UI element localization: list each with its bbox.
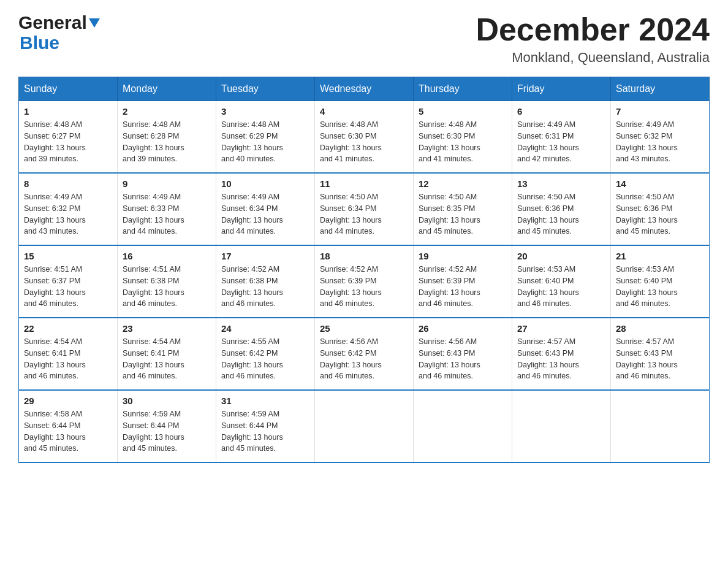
day-info: Sunrise: 4:51 AMSunset: 6:38 PMDaylight:… <box>123 265 184 308</box>
day-info: Sunrise: 4:49 AMSunset: 6:33 PMDaylight:… <box>123 193 184 236</box>
day-number: 1 <box>24 106 112 117</box>
day-info: Sunrise: 4:50 AMSunset: 6:36 PMDaylight:… <box>616 193 678 236</box>
day-info: Sunrise: 4:54 AMSunset: 6:41 PMDaylight:… <box>24 337 86 380</box>
calendar-cell: 23 Sunrise: 4:54 AMSunset: 6:41 PMDaylig… <box>118 318 216 390</box>
day-info: Sunrise: 4:49 AMSunset: 6:32 PMDaylight:… <box>616 120 678 163</box>
day-number: 14 <box>616 178 704 189</box>
calendar-cell: 18 Sunrise: 4:52 AMSunset: 6:39 PMDaylig… <box>315 245 414 318</box>
calendar-week-row: 1 Sunrise: 4:48 AMSunset: 6:27 PMDayligh… <box>19 101 710 174</box>
calendar-cell <box>512 390 611 462</box>
calendar-cell: 8 Sunrise: 4:49 AMSunset: 6:32 PMDayligh… <box>19 173 118 245</box>
calendar-cell: 26 Sunrise: 4:56 AMSunset: 6:43 PMDaylig… <box>414 318 512 390</box>
calendar-cell <box>414 390 512 462</box>
day-number: 16 <box>123 251 211 261</box>
subtitle: Monkland, Queensland, Australia <box>476 50 710 66</box>
calendar-cell: 15 Sunrise: 4:51 AMSunset: 6:37 PMDaylig… <box>19 245 118 318</box>
day-number: 4 <box>320 106 408 117</box>
calendar-week-row: 15 Sunrise: 4:51 AMSunset: 6:37 PMDaylig… <box>19 245 710 318</box>
weekday-header-thursday: Thursday <box>414 77 512 101</box>
day-info: Sunrise: 4:48 AMSunset: 6:27 PMDaylight:… <box>24 120 86 163</box>
day-info: Sunrise: 4:52 AMSunset: 6:39 PMDaylight:… <box>419 265 480 308</box>
calendar-week-row: 29 Sunrise: 4:58 AMSunset: 6:44 PMDaylig… <box>19 390 710 462</box>
day-info: Sunrise: 4:59 AMSunset: 6:44 PMDaylight:… <box>221 410 283 453</box>
calendar-cell: 5 Sunrise: 4:48 AMSunset: 6:30 PMDayligh… <box>414 101 512 174</box>
day-info: Sunrise: 4:51 AMSunset: 6:37 PMDaylight:… <box>24 265 86 308</box>
day-number: 29 <box>24 396 112 406</box>
day-number: 3 <box>221 106 309 117</box>
calendar-cell: 11 Sunrise: 4:50 AMSunset: 6:34 PMDaylig… <box>315 173 414 245</box>
day-number: 11 <box>320 178 408 189</box>
day-info: Sunrise: 4:53 AMSunset: 6:40 PMDaylight:… <box>517 265 579 308</box>
day-info: Sunrise: 4:48 AMSunset: 6:30 PMDaylight:… <box>320 120 382 163</box>
calendar-cell <box>611 390 710 462</box>
logo-general: General <box>18 12 100 33</box>
calendar-cell: 16 Sunrise: 4:51 AMSunset: 6:38 PMDaylig… <box>118 245 216 318</box>
day-info: Sunrise: 4:49 AMSunset: 6:31 PMDaylight:… <box>517 120 579 163</box>
weekday-header-sunday: Sunday <box>19 77 118 101</box>
day-number: 23 <box>123 323 211 334</box>
calendar-cell: 3 Sunrise: 4:48 AMSunset: 6:29 PMDayligh… <box>216 101 315 174</box>
day-number: 7 <box>616 106 704 117</box>
day-info: Sunrise: 4:48 AMSunset: 6:28 PMDaylight:… <box>123 120 184 163</box>
calendar-cell: 12 Sunrise: 4:50 AMSunset: 6:35 PMDaylig… <box>414 173 512 245</box>
calendar-cell: 17 Sunrise: 4:52 AMSunset: 6:38 PMDaylig… <box>216 245 315 318</box>
calendar-cell: 9 Sunrise: 4:49 AMSunset: 6:33 PMDayligh… <box>118 173 216 245</box>
calendar-cell: 22 Sunrise: 4:54 AMSunset: 6:41 PMDaylig… <box>19 318 118 390</box>
day-number: 9 <box>123 178 211 189</box>
day-number: 30 <box>123 396 211 406</box>
calendar-cell: 4 Sunrise: 4:48 AMSunset: 6:30 PMDayligh… <box>315 101 414 174</box>
day-info: Sunrise: 4:54 AMSunset: 6:41 PMDaylight:… <box>123 337 184 380</box>
calendar-cell: 27 Sunrise: 4:57 AMSunset: 6:43 PMDaylig… <box>512 318 611 390</box>
logo-blue: Blue <box>20 33 100 53</box>
calendar-cell: 1 Sunrise: 4:48 AMSunset: 6:27 PMDayligh… <box>19 101 118 174</box>
weekday-header-wednesday: Wednesday <box>315 77 414 101</box>
weekday-header-row: SundayMondayTuesdayWednesdayThursdayFrid… <box>19 77 710 101</box>
day-number: 24 <box>221 323 309 334</box>
calendar-cell: 29 Sunrise: 4:58 AMSunset: 6:44 PMDaylig… <box>19 390 118 462</box>
calendar-cell: 14 Sunrise: 4:50 AMSunset: 6:36 PMDaylig… <box>611 173 710 245</box>
day-info: Sunrise: 4:50 AMSunset: 6:35 PMDaylight:… <box>419 193 480 236</box>
day-number: 21 <box>616 251 704 261</box>
weekday-header-saturday: Saturday <box>611 77 710 101</box>
day-number: 20 <box>517 251 605 261</box>
calendar-cell: 31 Sunrise: 4:59 AMSunset: 6:44 PMDaylig… <box>216 390 315 462</box>
weekday-header-friday: Friday <box>512 77 611 101</box>
calendar-cell: 28 Sunrise: 4:57 AMSunset: 6:43 PMDaylig… <box>611 318 710 390</box>
day-info: Sunrise: 4:59 AMSunset: 6:44 PMDaylight:… <box>123 410 184 453</box>
page-header: General Blue December 2024 Monkland, Que… <box>18 12 710 66</box>
day-info: Sunrise: 4:55 AMSunset: 6:42 PMDaylight:… <box>221 337 283 380</box>
calendar-cell <box>315 390 414 462</box>
day-number: 15 <box>24 251 112 261</box>
day-number: 2 <box>123 106 211 117</box>
day-number: 27 <box>517 323 605 334</box>
day-number: 22 <box>24 323 112 334</box>
day-info: Sunrise: 4:50 AMSunset: 6:34 PMDaylight:… <box>320 193 382 236</box>
day-number: 13 <box>517 178 605 189</box>
day-info: Sunrise: 4:57 AMSunset: 6:43 PMDaylight:… <box>616 337 678 380</box>
calendar-cell: 24 Sunrise: 4:55 AMSunset: 6:42 PMDaylig… <box>216 318 315 390</box>
calendar-cell: 20 Sunrise: 4:53 AMSunset: 6:40 PMDaylig… <box>512 245 611 318</box>
calendar-cell: 30 Sunrise: 4:59 AMSunset: 6:44 PMDaylig… <box>118 390 216 462</box>
day-number: 17 <box>221 251 309 261</box>
calendar-cell: 13 Sunrise: 4:50 AMSunset: 6:36 PMDaylig… <box>512 173 611 245</box>
day-number: 28 <box>616 323 704 334</box>
weekday-header-tuesday: Tuesday <box>216 77 315 101</box>
title-block: December 2024 Monkland, Queensland, Aust… <box>476 12 710 66</box>
day-info: Sunrise: 4:48 AMSunset: 6:29 PMDaylight:… <box>221 120 283 163</box>
day-number: 12 <box>419 178 507 189</box>
calendar-week-row: 22 Sunrise: 4:54 AMSunset: 6:41 PMDaylig… <box>19 318 710 390</box>
calendar-week-row: 8 Sunrise: 4:49 AMSunset: 6:32 PMDayligh… <box>19 173 710 245</box>
day-number: 6 <box>517 106 605 117</box>
day-number: 26 <box>419 323 507 334</box>
weekday-header-monday: Monday <box>118 77 216 101</box>
calendar-cell: 21 Sunrise: 4:53 AMSunset: 6:40 PMDaylig… <box>611 245 710 318</box>
calendar-cell: 7 Sunrise: 4:49 AMSunset: 6:32 PMDayligh… <box>611 101 710 174</box>
calendar-cell: 6 Sunrise: 4:49 AMSunset: 6:31 PMDayligh… <box>512 101 611 174</box>
day-info: Sunrise: 4:52 AMSunset: 6:38 PMDaylight:… <box>221 265 283 308</box>
day-info: Sunrise: 4:58 AMSunset: 6:44 PMDaylight:… <box>24 410 86 453</box>
day-number: 31 <box>221 396 309 406</box>
calendar-cell: 2 Sunrise: 4:48 AMSunset: 6:28 PMDayligh… <box>118 101 216 174</box>
day-info: Sunrise: 4:49 AMSunset: 6:32 PMDaylight:… <box>24 193 86 236</box>
day-info: Sunrise: 4:52 AMSunset: 6:39 PMDaylight:… <box>320 265 382 308</box>
day-number: 19 <box>419 251 507 261</box>
